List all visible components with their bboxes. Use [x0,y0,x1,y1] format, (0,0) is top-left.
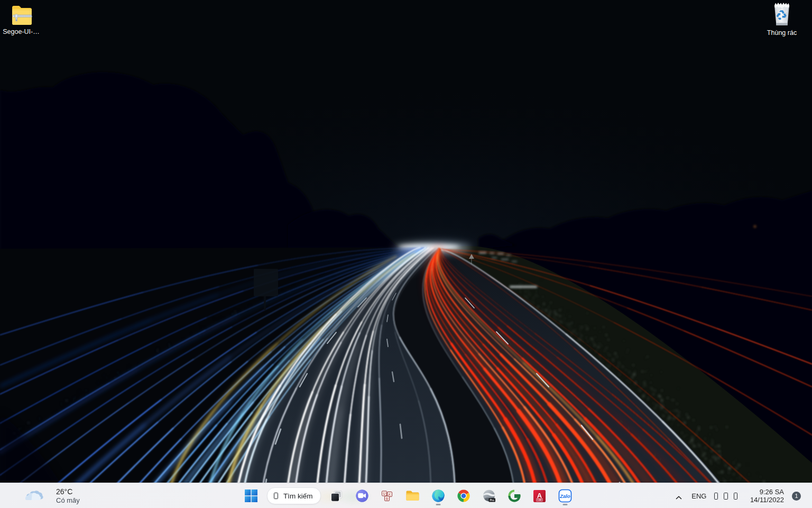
svg-text:A: A [537,491,542,499]
svg-text:Zalo: Zalo [559,493,570,499]
svg-text:Pro: Pro [490,498,494,502]
svg-text:K: K [389,492,391,496]
svg-text:CAD: CAD [538,499,542,501]
svg-text:B: B [386,496,389,500]
svg-text:U: U [383,492,385,495]
